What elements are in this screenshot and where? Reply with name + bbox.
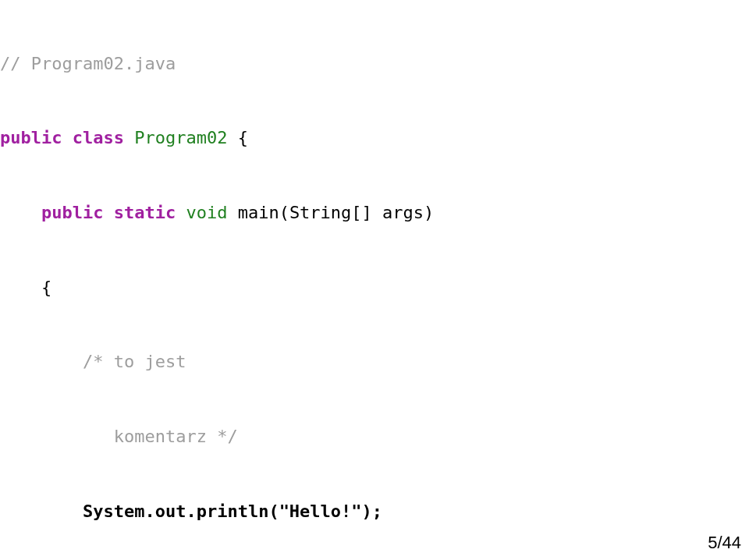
code-line-3: public static void main(String[] args) <box>0 200 749 225</box>
page: // Program02.java public class Program02… <box>0 0 749 560</box>
code-indent <box>0 502 83 521</box>
code-line-2: public class Program02 { <box>0 126 749 151</box>
code-block: // Program02.java public class Program02… <box>0 0 749 560</box>
code-line-6: komentarz */ <box>0 424 749 449</box>
code-text: { <box>0 278 51 297</box>
code-statement: System.out.println("Hello!"); <box>83 502 382 521</box>
code-comment: /* to jest <box>83 352 186 371</box>
code-rest: main(String[] args) <box>227 203 434 222</box>
code-comment: // Program02.java <box>0 54 176 73</box>
code-indent <box>0 203 41 222</box>
code-line-7: System.out.println("Hello!"); <box>0 499 749 524</box>
code-line-5: /* to jest <box>0 349 749 374</box>
code-keyword: public class <box>0 128 124 147</box>
code-keyword: public static <box>41 203 176 222</box>
code-type: void <box>176 203 227 222</box>
code-type: Program02 <box>124 128 227 147</box>
code-line-4: { <box>0 275 749 300</box>
code-comment: komentarz */ <box>114 427 238 446</box>
page-number: 5/44 <box>708 530 741 555</box>
code-rest: { <box>227 128 248 147</box>
code-line-1: // Program02.java <box>0 51 749 76</box>
code-indent <box>0 352 83 371</box>
code-indent <box>0 427 114 446</box>
